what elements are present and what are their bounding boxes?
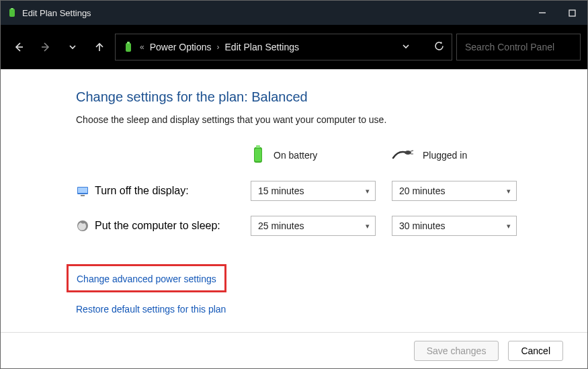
svg-rect-11	[256, 145, 260, 148]
display-row: Turn off the display: 15 minutes ▾ 20 mi…	[76, 181, 587, 201]
svg-rect-10	[255, 149, 261, 161]
sleep-label: Put the computer to sleep:	[95, 220, 220, 232]
chevron-down-icon: ▾	[507, 187, 511, 196]
on-battery-label: On battery	[274, 150, 317, 161]
svg-rect-16	[78, 188, 87, 193]
battery-icon	[251, 144, 265, 166]
sleep-icon	[76, 219, 89, 233]
sleep-plugged-value: 30 minutes	[399, 220, 445, 231]
advanced-settings-link[interactable]: Change advanced power settings	[77, 274, 216, 284]
back-button[interactable]	[7, 36, 30, 58]
refresh-button[interactable]	[433, 40, 445, 54]
breadcrumb-current[interactable]: Edit Plan Settings	[225, 42, 300, 52]
plug-icon	[392, 147, 415, 163]
app-icon	[7, 8, 17, 17]
breadcrumb-parent[interactable]: Power Options	[150, 42, 212, 52]
svg-rect-17	[81, 195, 85, 196]
svg-rect-3	[569, 10, 575, 16]
save-button: Save changes	[414, 341, 499, 361]
search-input[interactable]	[465, 42, 572, 52]
window-title: Edit Plan Settings	[22, 8, 91, 18]
svg-rect-7	[126, 43, 131, 52]
sleep-battery-value: 25 minutes	[258, 220, 304, 231]
breadcrumb-expand-button[interactable]	[401, 42, 411, 53]
highlight-annotation: Change advanced power settings	[67, 264, 226, 292]
minimize-button[interactable]	[527, 1, 557, 25]
battery-icon	[122, 42, 134, 52]
maximize-button[interactable]	[557, 1, 587, 25]
display-plugged-value: 20 minutes	[399, 186, 445, 196]
breadcrumb[interactable]: « Power Options › Edit Plan Settings	[115, 34, 452, 60]
svg-point-12	[405, 151, 411, 155]
column-headers: On battery Plugged in	[76, 144, 587, 166]
chevron-down-icon: ▾	[366, 222, 370, 231]
plugged-in-label: Plugged in	[423, 150, 467, 161]
svg-rect-1	[11, 8, 13, 9]
display-battery-dropdown[interactable]: 15 minutes ▾	[251, 181, 376, 201]
chevron-down-icon: ▾	[366, 187, 370, 196]
main-content: Change settings for the plan: Balanced C…	[1, 69, 587, 318]
display-battery-value: 15 minutes	[258, 186, 304, 196]
chevron-right-icon: ›	[217, 42, 220, 52]
sleep-plugged-dropdown[interactable]: 30 minutes ▾	[392, 216, 517, 236]
svg-rect-8	[127, 42, 130, 44]
forward-button[interactable]	[34, 36, 57, 58]
display-plugged-dropdown[interactable]: 20 minutes ▾	[392, 181, 517, 201]
recent-locations-button[interactable]	[61, 36, 84, 58]
footer: Save changes Cancel	[1, 332, 587, 368]
svg-rect-0	[9, 9, 15, 17]
sleep-row: Put the computer to sleep: 25 minutes ▾ …	[76, 216, 587, 236]
address-bar: « Power Options › Edit Plan Settings	[1, 25, 587, 69]
chevron-left-icon: «	[140, 42, 144, 52]
chevron-down-icon: ▾	[507, 222, 511, 231]
page-subtext: Choose the sleep and display settings th…	[76, 114, 587, 125]
sleep-battery-dropdown[interactable]: 25 minutes ▾	[251, 216, 376, 236]
search-box[interactable]	[456, 34, 581, 60]
cancel-button[interactable]: Cancel	[508, 341, 563, 361]
up-button[interactable]	[88, 36, 111, 58]
display-icon	[76, 184, 89, 198]
page-title: Change settings for the plan: Balanced	[76, 89, 587, 105]
restore-defaults-link[interactable]: Restore default settings for this plan	[76, 304, 226, 315]
display-label: Turn off the display:	[95, 185, 189, 197]
svg-line-13	[411, 151, 413, 151]
title-bar: Edit Plan Settings	[1, 1, 587, 25]
